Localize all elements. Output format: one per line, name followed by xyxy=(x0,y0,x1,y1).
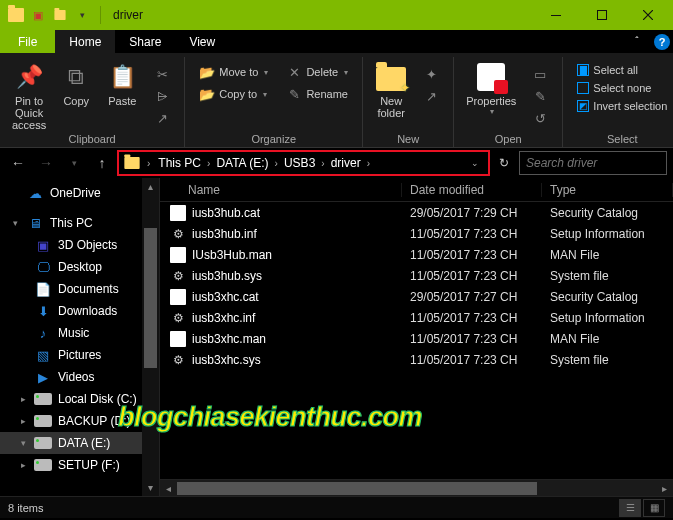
scroll-left-button[interactable]: ◂ xyxy=(160,480,177,497)
col-date[interactable]: Date modified xyxy=(402,183,542,197)
tree-item-videos[interactable]: ▶Videos xyxy=(0,366,159,388)
file-date: 11/05/2017 7:23 CH xyxy=(402,353,542,367)
column-headers[interactable]: Name Date modified Type xyxy=(160,178,673,202)
search-box[interactable] xyxy=(519,151,667,175)
new-item-button[interactable]: ✦ xyxy=(419,63,443,85)
copy-to-button[interactable]: 📂Copy to▾ xyxy=(195,83,272,105)
tree-item-pictures[interactable]: ▧Pictures xyxy=(0,344,159,366)
breadcrumb-1[interactable]: DATA (E:) xyxy=(214,156,270,170)
edit-button[interactable]: ✎ xyxy=(528,85,552,107)
tree-twisty-icon[interactable]: ▸ xyxy=(18,416,28,426)
qat-properties-icon[interactable]: ▣ xyxy=(30,7,46,23)
nav-back-button[interactable]: ← xyxy=(6,151,30,175)
view-icons-button[interactable]: ▦ xyxy=(643,499,665,517)
qat-newfolder-icon[interactable] xyxy=(52,7,68,23)
history-button[interactable]: ↺ xyxy=(528,107,552,129)
tree-twisty-icon[interactable]: ▸ xyxy=(18,394,28,404)
tab-file[interactable]: File xyxy=(0,30,55,53)
invert-selection-button[interactable]: ◩Invert selection xyxy=(573,97,671,115)
nav-tree[interactable]: ☁OneDrive▾🖥This PC▣3D Objects🖵Desktop📄Do… xyxy=(0,178,160,496)
group-select-label: Select xyxy=(569,131,673,145)
scroll-thumb[interactable] xyxy=(144,228,157,368)
refresh-button[interactable]: ↻ xyxy=(493,156,515,170)
minimize-button[interactable] xyxy=(533,0,579,30)
tree-item-this-pc[interactable]: ▾🖥This PC xyxy=(0,212,159,234)
collapse-ribbon-button[interactable]: ˆ xyxy=(623,30,651,53)
help-button[interactable]: ? xyxy=(651,30,673,53)
file-row[interactable]: ⚙iusb3xhc.inf11/05/2017 7:23 CHSetup Inf… xyxy=(160,307,673,328)
paste-icon: 📋 xyxy=(106,61,138,93)
tree-item-downloads[interactable]: ⬇Downloads xyxy=(0,300,159,322)
select-all-button[interactable]: ▇Select all xyxy=(573,61,671,79)
breadcrumb-3[interactable]: driver xyxy=(329,156,363,170)
file-row[interactable]: iusb3hub.cat29/05/2017 7:29 CHSecurity C… xyxy=(160,202,673,223)
copy-path-button[interactable]: ⩥ xyxy=(150,85,174,107)
tree-desktop-icon: 🖵 xyxy=(34,259,52,275)
address-bar[interactable]: › This PC›DATA (E:)›USB3›driver› ⌄ xyxy=(118,151,489,175)
file-row[interactable]: ⚙iusb3xhc.sys11/05/2017 7:23 CHSystem fi… xyxy=(160,349,673,370)
move-to-button[interactable]: 📂Move to▾ xyxy=(195,61,272,83)
maximize-button[interactable] xyxy=(579,0,625,30)
view-details-button[interactable]: ☰ xyxy=(619,499,641,517)
file-row[interactable]: iusb3xhc.cat29/05/2017 7:27 CHSecurity C… xyxy=(160,286,673,307)
tab-share[interactable]: Share xyxy=(115,30,175,53)
crumb-sep-icon[interactable]: › xyxy=(363,158,374,169)
tree-twisty-icon[interactable]: ▾ xyxy=(18,438,28,448)
tab-view[interactable]: View xyxy=(175,30,229,53)
open-button[interactable]: ▭ xyxy=(528,63,552,85)
tree-item-3d-objects[interactable]: ▣3D Objects xyxy=(0,234,159,256)
close-button[interactable] xyxy=(625,0,671,30)
crumb-sep-icon[interactable]: › xyxy=(203,158,214,169)
pin-quick-access-button[interactable]: 📌Pin to Quick access xyxy=(6,57,52,131)
group-clipboard-label: Clipboard xyxy=(6,131,178,145)
file-name: iusb3xhc.sys xyxy=(192,353,261,367)
qat-customize-icon[interactable]: ▾ xyxy=(74,7,90,23)
breadcrumb-2[interactable]: USB3 xyxy=(282,156,317,170)
crumb-sep-icon[interactable]: › xyxy=(143,158,154,169)
tree-twisty-icon[interactable]: ▸ xyxy=(18,460,28,470)
scroll-up-button[interactable]: ▴ xyxy=(142,178,159,195)
properties-button[interactable]: Properties▾ xyxy=(460,57,522,116)
tree-item-setup-f-[interactable]: ▸SETUP (F:) xyxy=(0,454,159,476)
file-row[interactable]: IUsb3Hub.man11/05/2017 7:23 CHMAN File xyxy=(160,244,673,265)
nav-recent-button[interactable]: ▾ xyxy=(62,151,86,175)
tree-item-onedrive[interactable]: ☁OneDrive xyxy=(0,182,159,204)
file-row[interactable]: iusb3xhc.man11/05/2017 7:23 CHMAN File xyxy=(160,328,673,349)
address-dropdown-button[interactable]: ⌄ xyxy=(466,158,484,168)
scroll-down-button[interactable]: ▾ xyxy=(142,479,159,496)
scroll-h-thumb[interactable] xyxy=(177,482,537,495)
nav-up-button[interactable]: ↑ xyxy=(90,151,114,175)
tree-item-documents[interactable]: 📄Documents xyxy=(0,278,159,300)
nav-forward-button[interactable]: → xyxy=(34,151,58,175)
file-row[interactable]: ⚙iusb3hub.inf11/05/2017 7:23 CHSetup Inf… xyxy=(160,223,673,244)
cut-button[interactable]: ✂ xyxy=(150,63,174,85)
tree-twisty-icon[interactable]: ▾ xyxy=(10,218,20,228)
delete-button[interactable]: ✕Delete▾ xyxy=(282,61,352,83)
tree-item-music[interactable]: ♪Music xyxy=(0,322,159,344)
tree-scrollbar[interactable]: ▴ ▾ xyxy=(142,178,159,496)
tab-home[interactable]: Home xyxy=(55,30,115,53)
tree-item-backup-d-[interactable]: ▸BACKUP (D:) xyxy=(0,410,159,432)
tree-item-desktop[interactable]: 🖵Desktop xyxy=(0,256,159,278)
col-name[interactable]: Name xyxy=(160,183,402,197)
tree-item-local-disk-c-[interactable]: ▸Local Disk (C:) xyxy=(0,388,159,410)
paste-button[interactable]: 📋Paste xyxy=(100,57,144,107)
crumb-sep-icon[interactable]: › xyxy=(317,158,328,169)
tree-item-data-e-[interactable]: ▾DATA (E:) xyxy=(0,432,159,454)
tree-video-icon: ▶ xyxy=(34,369,52,385)
file-gear-icon: ⚙ xyxy=(170,226,186,242)
rename-button[interactable]: ✎Rename xyxy=(282,83,352,105)
search-input[interactable] xyxy=(526,156,660,170)
file-row[interactable]: ⚙iusb3hub.sys11/05/2017 7:23 CHSystem fi… xyxy=(160,265,673,286)
copy-button[interactable]: ⧉Copy xyxy=(54,57,98,107)
easy-access-button[interactable]: ↗ xyxy=(419,85,443,107)
paste-shortcut-button[interactable]: ↗ xyxy=(150,107,174,129)
scroll-right-button[interactable]: ▸ xyxy=(656,480,673,497)
file-date: 11/05/2017 7:23 CH xyxy=(402,311,542,325)
select-none-button[interactable]: Select none xyxy=(573,79,671,97)
list-h-scrollbar[interactable]: ◂ ▸ xyxy=(160,479,673,496)
new-folder-button[interactable]: ✦New folder xyxy=(369,57,413,119)
breadcrumb-0[interactable]: This PC xyxy=(156,156,203,170)
col-type[interactable]: Type xyxy=(542,183,673,197)
crumb-sep-icon[interactable]: › xyxy=(271,158,282,169)
